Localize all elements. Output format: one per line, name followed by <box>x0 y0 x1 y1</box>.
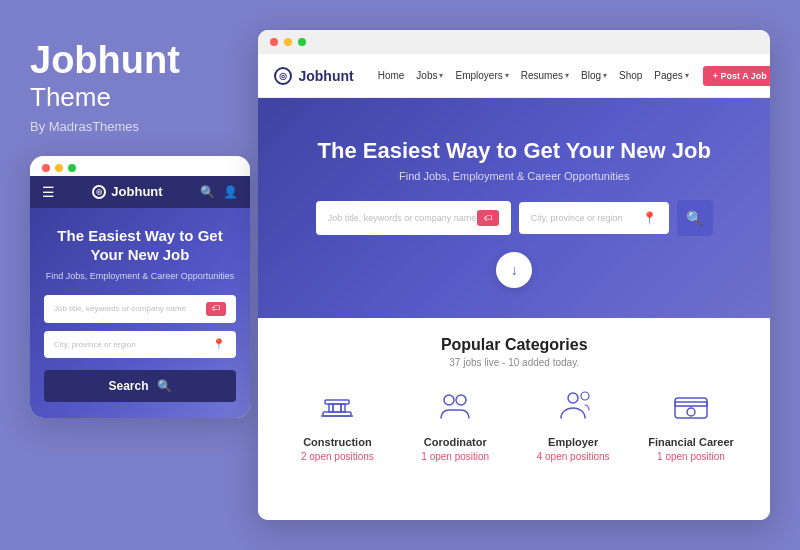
desktop-hero-title: The Easiest Way to Get Your New Job <box>288 138 740 164</box>
mobile-search-button[interactable]: Search 🔍 <box>44 370 236 402</box>
nav-link-shop[interactable]: Shop <box>619 70 642 81</box>
svg-point-7 <box>456 395 466 405</box>
dot-yellow <box>55 164 63 172</box>
categories-title: Popular Categories <box>278 336 750 354</box>
mobile-job-search-input[interactable]: Job title, keywords or company name 🏷 <box>44 295 236 323</box>
construction-name: Construction <box>287 436 387 448</box>
desktop-search-button-icon: 🔍 <box>686 210 703 226</box>
desktop-location-input[interactable]: City, province or region 📍 <box>519 202 669 234</box>
mobile-logo: ◎ Jobhunt <box>92 184 162 199</box>
mobile-titlebar <box>30 156 250 176</box>
employer-icon <box>551 384 595 428</box>
desktop-job-search-input[interactable]: Job title, keywords or company name 🏷 <box>316 201 511 235</box>
dot-green <box>68 164 76 172</box>
financial-name: Financial Career <box>641 436 741 448</box>
desktop-logo-text: Jobhunt <box>298 68 353 84</box>
svg-point-6 <box>444 395 454 405</box>
desktop-dot-green <box>298 38 306 46</box>
desktop-tag-icon: 🏷 <box>477 210 499 226</box>
desktop-titlebar <box>258 30 770 54</box>
chevron-icon: ▾ <box>685 71 689 80</box>
svg-point-9 <box>581 392 589 400</box>
construction-count: 2 open positions <box>287 451 387 462</box>
desktop-dot-yellow <box>284 38 292 46</box>
mobile-hero: The Easiest Way to Get Your New Job Find… <box>30 208 250 418</box>
hamburger-icon[interactable]: ☰ <box>42 184 55 200</box>
desktop-mockup: ◎ Jobhunt Home Jobs ▾ Employers ▾ Resume… <box>258 30 770 520</box>
post-job-button[interactable]: + Post A Job <box>703 66 770 86</box>
mobile-pin-icon: 📍 <box>212 338 226 351</box>
desktop-search-placeholder: Job title, keywords or company name <box>328 213 477 223</box>
post-job-label: + Post A Job <box>713 71 767 81</box>
mobile-search-button-icon: 🔍 <box>157 379 172 393</box>
desktop-search-button[interactable]: 🔍 <box>677 200 713 236</box>
desktop-hero: The Easiest Way to Get Your New Job Find… <box>258 98 770 318</box>
category-employer[interactable]: Employer 4 open positions <box>523 384 623 462</box>
desktop-nav: ◎ Jobhunt Home Jobs ▾ Employers ▾ Resume… <box>258 54 770 98</box>
brand-by: By MadrasThemes <box>30 119 258 134</box>
svg-point-8 <box>568 393 578 403</box>
nav-link-resumes[interactable]: Resumes ▾ <box>521 70 569 81</box>
employer-count: 4 open positions <box>523 451 623 462</box>
employer-name: Employer <box>523 436 623 448</box>
svg-rect-11 <box>675 402 707 406</box>
nav-link-employers[interactable]: Employers ▾ <box>455 70 508 81</box>
mobile-search-placeholder: Job title, keywords or company name <box>54 304 186 313</box>
coordinator-icon <box>433 384 477 428</box>
mobile-location-placeholder: City, province or region <box>54 340 136 349</box>
search-nav-icon[interactable]: 🔍 <box>200 185 215 199</box>
mobile-search-button-label: Search <box>108 379 148 393</box>
category-financial[interactable]: Financial Career 1 open position <box>641 384 741 462</box>
categories-subtitle: 37 jobs live - 10 added today. <box>278 357 750 368</box>
financial-count: 1 open position <box>641 451 741 462</box>
desktop-hero-subtitle: Find Jobs, Employment & Career Opportuni… <box>288 170 740 182</box>
desktop-dot-red <box>270 38 278 46</box>
desktop-logo: ◎ Jobhunt <box>274 67 353 85</box>
scroll-down-button[interactable]: ↓ <box>496 252 532 288</box>
desktop-pin-icon: 📍 <box>642 211 657 225</box>
logo-circle-icon: ◎ <box>92 185 106 199</box>
svg-rect-4 <box>333 404 341 412</box>
arrow-down-icon: ↓ <box>511 262 518 278</box>
brand-title: Jobhunt <box>30 40 258 82</box>
nav-link-blog[interactable]: Blog ▾ <box>581 70 607 81</box>
brand-subtitle: Theme <box>30 82 258 113</box>
nav-link-jobs[interactable]: Jobs ▾ <box>416 70 443 81</box>
svg-point-12 <box>687 408 695 416</box>
coordinator-count: 1 open position <box>405 451 505 462</box>
desktop-location-placeholder: City, province or region <box>531 213 623 223</box>
financial-icon <box>669 384 713 428</box>
category-coordinator[interactable]: Corodinator 1 open position <box>405 384 505 462</box>
mobile-hero-title: The Easiest Way to Get Your New Job <box>44 226 236 265</box>
mobile-logo-text: Jobhunt <box>111 184 162 199</box>
nav-link-home[interactable]: Home <box>378 70 405 81</box>
chevron-icon: ▾ <box>565 71 569 80</box>
mobile-mockup: ☰ ◎ Jobhunt 🔍 👤 The Easiest Way to Get Y… <box>30 156 250 418</box>
chevron-icon: ▾ <box>603 71 607 80</box>
desktop-categories: Popular Categories 37 jobs live - 10 add… <box>258 318 770 520</box>
mobile-location-input[interactable]: City, province or region 📍 <box>44 331 236 358</box>
mobile-nav-icons: 🔍 👤 <box>200 185 238 199</box>
user-nav-icon[interactable]: 👤 <box>223 185 238 199</box>
mobile-search-tag-icon: 🏷 <box>206 302 226 316</box>
chevron-icon: ▾ <box>505 71 509 80</box>
chevron-icon: ▾ <box>439 71 443 80</box>
coordinator-name: Corodinator <box>405 436 505 448</box>
mobile-nav: ☰ ◎ Jobhunt 🔍 👤 <box>30 176 250 208</box>
categories-grid: Construction 2 open positions Corodinato… <box>278 384 750 462</box>
construction-icon <box>315 384 359 428</box>
category-construction[interactable]: Construction 2 open positions <box>287 384 387 462</box>
left-panel: Jobhunt Theme By MadrasThemes ☰ ◎ Jobhun… <box>30 30 258 520</box>
desktop-logo-circle-icon: ◎ <box>274 67 292 85</box>
mobile-hero-subtitle: Find Jobs, Employment & Career Opportuni… <box>44 271 236 281</box>
desktop-search-row: Job title, keywords or company name 🏷 Ci… <box>288 200 740 236</box>
dot-red <box>42 164 50 172</box>
desktop-nav-links: Home Jobs ▾ Employers ▾ Resumes ▾ Blog ▾… <box>378 70 689 81</box>
nav-link-pages[interactable]: Pages ▾ <box>654 70 688 81</box>
